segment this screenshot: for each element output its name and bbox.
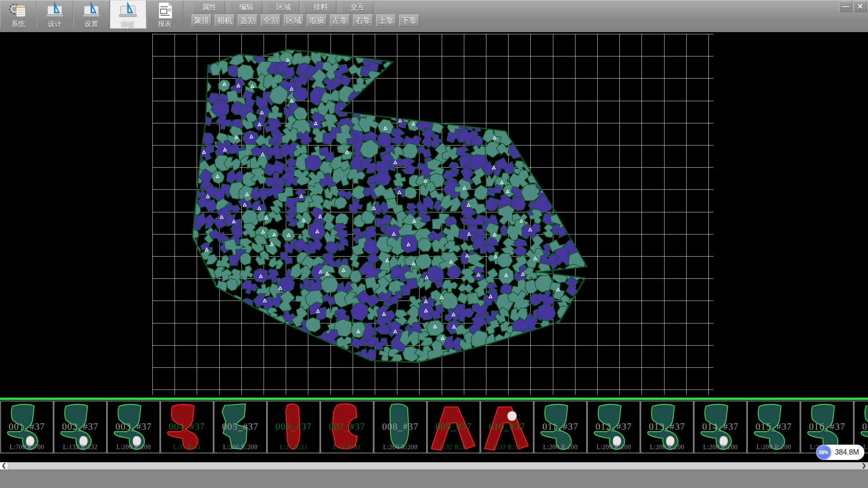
piece-id-label: 015_#37 xyxy=(748,421,800,432)
menu-item-2[interactable]: 编辑 xyxy=(231,1,262,13)
piece-thumbnail-1[interactable]: 001_#37 L:700 R:700 xyxy=(0,401,53,453)
horizontal-scrollbar[interactable]: ❮ ❯ xyxy=(0,462,868,469)
memory-status-pill: 38% 384.8M xyxy=(817,445,864,460)
tool-button-3[interactable]: 选割 xyxy=(238,14,258,27)
tool-button-6[interactable]: 瑕疵 xyxy=(307,14,327,27)
piece-lr-label: L:200 R:200 xyxy=(588,444,640,451)
menu-item-1[interactable]: 属性 xyxy=(193,1,225,13)
piece-id-label: 009_#37 xyxy=(428,421,480,432)
menu-item-3[interactable]: 区域 xyxy=(268,1,299,13)
gear-document-icon xyxy=(8,1,28,19)
piece-id-label: 004_#37 xyxy=(161,421,213,432)
scroll-right-icon[interactable]: ❯ xyxy=(860,462,868,469)
piece-thumbnail-3[interactable]: 003_#37 L:200 R:200 xyxy=(107,401,160,453)
piece-id-label: 010_#37 xyxy=(481,421,533,432)
piece-lr-label: L:21 R:21 xyxy=(268,444,320,451)
minimize-button[interactable]: — xyxy=(839,1,852,12)
tool-button-4[interactable]: 全割 xyxy=(261,14,281,27)
piece-lr-label: L:32 R:31 xyxy=(428,444,480,451)
tool-button-2[interactable]: 相机 xyxy=(215,14,235,27)
piece-thumbnail-5[interactable]: 005_#37 L:200 R:200 xyxy=(214,401,267,453)
piece-lr-label: L:200 R:200 xyxy=(214,444,266,451)
tool-button-10[interactable]: 下靠 xyxy=(399,14,419,27)
nesting-canvas[interactable] xyxy=(0,32,868,398)
piece-id-label: 001_#37 xyxy=(1,421,53,432)
tool-button-1[interactable]: 聚排 xyxy=(192,14,212,27)
piece-lr-label: L:200 R:200 xyxy=(694,444,746,451)
piece-id-label: 003_#37 xyxy=(108,421,160,432)
menu-item-5[interactable]: 交互 xyxy=(342,1,373,13)
piece-thumbnail-10[interactable]: 010_#37 L:33 R:33 xyxy=(481,401,533,453)
piece-thumbnail-12[interactable]: 012_#37 L:200 R:200 xyxy=(587,401,640,453)
piece-lr-label: L:200 R:200 xyxy=(374,444,426,451)
piece-id-label: 007_#37 xyxy=(321,421,373,432)
close-button[interactable]: ✕ xyxy=(854,1,867,12)
piece-thumbnail-6[interactable]: 006_#37 L:21 R:21 xyxy=(267,401,320,453)
piece-id-label: 005_#37 xyxy=(214,421,266,432)
menu-item-4[interactable]: 排料 xyxy=(305,1,336,13)
piece-lr-label: L:31 R:31 xyxy=(321,444,373,451)
piece-thumbnail-8[interactable]: 008_#37 L:200 R:200 xyxy=(374,401,427,453)
ruler-laptop-icon xyxy=(44,1,65,19)
app-tab-label: 报表 xyxy=(158,20,171,28)
piece-lr-label: L:700 R:700 xyxy=(1,444,53,451)
tool-button-8[interactable]: 右靠 xyxy=(353,14,373,27)
app-tab-2[interactable]: 设计 xyxy=(37,0,73,28)
tool-button-7[interactable]: 左靠 xyxy=(330,14,350,27)
menu-bar: 属性编辑区域排料交互 xyxy=(193,1,379,14)
piece-id-label: 008_#37 xyxy=(374,421,426,432)
piece-thumbnail-11[interactable]: 011_#37 L:200 R:200 xyxy=(534,401,587,453)
piece-id-label: 014_#37 xyxy=(694,421,746,432)
piece-lr-label: L:132 R:132 xyxy=(54,444,106,451)
tool-bar: 聚排相机选割全割区域瑕疵左靠右靠上靠下靠 xyxy=(192,14,419,27)
piece-thumbnail-9[interactable]: 009_#37 L:32 R:31 xyxy=(427,401,480,453)
app-tab-label: 设置 xyxy=(85,20,98,28)
status-bar xyxy=(0,469,868,488)
piece-thumbnail-2[interactable]: 002_#37 L:132 R:132 xyxy=(54,401,107,453)
app-tab-label: 排版 xyxy=(121,20,135,28)
ribbon-toolbar: 系统 设计 设置 排版 报表 属性编辑区域排料交互 聚排相机选割全割区域瑕疵左靠… xyxy=(0,0,868,32)
piece-thumbnail-14[interactable]: 014_#37 L:200 R:200 xyxy=(694,401,747,453)
piece-lr-label: L:31 R:31 xyxy=(161,444,213,451)
ruler-laptop-icon xyxy=(81,1,102,19)
report-document-icon xyxy=(154,1,175,19)
piece-thumbnail-4[interactable]: 004_#37 L:31 R:31 xyxy=(160,401,213,453)
piece-thumbnail-7[interactable]: 007_#37 L:31 R:31 xyxy=(321,401,373,453)
nesting-viewport[interactable] xyxy=(0,32,868,398)
piece-id-label: 017_#37 xyxy=(854,421,868,432)
piece-lr-label: L:200 R:200 xyxy=(748,444,800,451)
app-tab-4[interactable]: 排版 xyxy=(110,0,146,28)
piece-lr-label: L:200 R:200 xyxy=(641,444,693,451)
app-tab-1[interactable]: 系统 xyxy=(0,0,37,28)
piece-id-label: 013_#37 xyxy=(641,421,693,432)
piece-lr-label: L:200 R:200 xyxy=(534,444,586,451)
app-tab-label: 系统 xyxy=(11,20,25,28)
tool-button-5[interactable]: 区域 xyxy=(284,14,304,27)
app-tab-bar: 系统 设计 设置 排版 报表 xyxy=(0,0,183,28)
window-controls: — ✕ xyxy=(839,1,867,12)
piece-id-label: 012_#37 xyxy=(588,421,640,432)
piece-id-label: 011_#37 xyxy=(534,421,586,432)
piece-lr-label: L:200 R:200 xyxy=(108,444,160,451)
piece-id-label: 006_#37 xyxy=(268,421,320,432)
app-tab-5[interactable]: 报表 xyxy=(146,0,183,28)
progress-badge: 38% xyxy=(816,445,831,460)
piece-id-label: 002_#37 xyxy=(54,421,106,432)
piece-thumbnail-15[interactable]: 015_#37 L:200 R:200 xyxy=(747,401,800,453)
scroll-left-icon[interactable]: ❮ xyxy=(0,462,8,469)
ruler-laptop-icon xyxy=(118,1,138,19)
tool-button-9[interactable]: 上靠 xyxy=(376,14,396,27)
piece-thumbnail-strip: 001_#37 L:700 R:700 002_#37 L:132 R:132 … xyxy=(0,398,868,462)
piece-thumbnail-13[interactable]: 013_#37 L:200 R:200 xyxy=(641,401,693,453)
piece-lr-label: L:33 R:33 xyxy=(481,444,533,451)
app-tab-label: 设计 xyxy=(48,20,61,28)
piece-id-label: 016_#37 xyxy=(801,421,853,432)
memory-usage-label: 384.8M xyxy=(835,448,859,456)
app-tab-3[interactable]: 设置 xyxy=(73,0,110,28)
